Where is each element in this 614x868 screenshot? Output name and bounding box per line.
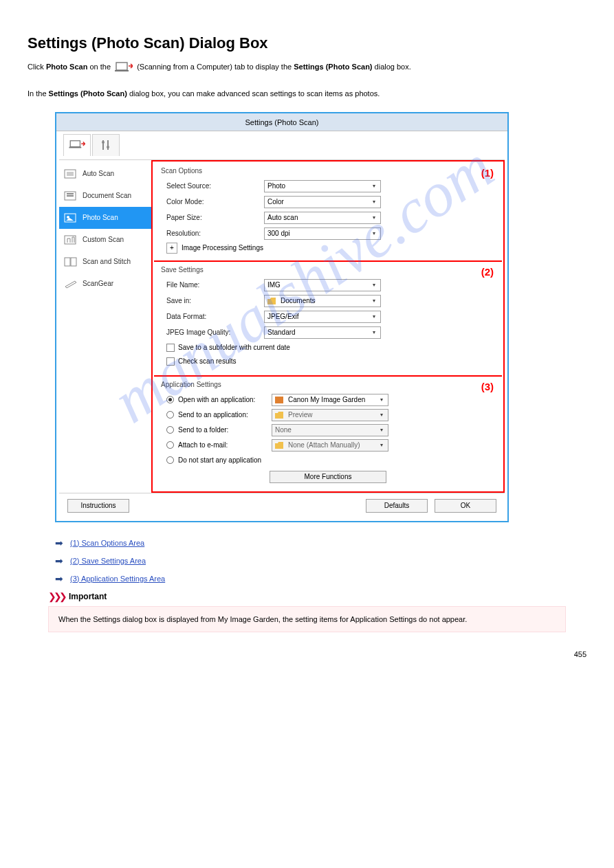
send-to-folder-radio[interactable] (166, 426, 174, 434)
open-with-app-dropdown[interactable]: Canon My Image Garden ▾ (272, 394, 388, 406)
jpeg-quality-dropdown[interactable]: Standard ▾ (264, 326, 381, 339)
chevron-down-icon: ▾ (371, 329, 377, 335)
sidebar-item-label: Scan and Stitch (83, 258, 131, 265)
sidebar-item-photo-scan[interactable]: Photo Scan (59, 207, 151, 229)
dialog-titlebar: Settings (Photo Scan) (56, 113, 507, 131)
data-format-dropdown[interactable]: JPEG/Exif ▾ (264, 311, 381, 323)
attach-email-radio[interactable] (166, 441, 174, 449)
select-source-dropdown[interactable]: Photo ▾ (264, 180, 381, 192)
send-to-app-dropdown[interactable]: Preview ▾ (272, 409, 388, 421)
save-in-label: Save in: (161, 297, 264, 304)
scan-from-computer-icon (114, 60, 133, 74)
subfolder-checkbox[interactable] (166, 344, 175, 352)
tab-general-settings[interactable] (92, 134, 120, 156)
tab-scan-from-computer[interactable] (63, 134, 91, 156)
custom-scan-icon (63, 234, 78, 246)
row-color-mode: Color Mode: Color ▾ (161, 194, 495, 210)
row-file-name: File Name: IMG ▾ (161, 278, 495, 293)
send-to-folder-dropdown[interactable]: None ▾ (272, 424, 388, 436)
save-in-dropdown[interactable]: Documents ▾ (264, 295, 381, 307)
dialog-content: Auto Scan Document Scan Photo Scan (59, 160, 505, 493)
section-links: ➡ (1) Scan Options Area ➡ (2) Save Setti… (55, 537, 586, 584)
data-format-label: Data Format: (161, 313, 264, 320)
sidebar-item-scangear[interactable]: ScanGear (59, 273, 151, 295)
chevron-down-icon: ▾ (371, 183, 377, 189)
svg-rect-1 (115, 70, 129, 71)
row-send-to-app[interactable]: Send to an application: Preview ▾ (161, 408, 495, 423)
section-application-settings: Application Settings (3) Open with an ap… (154, 377, 502, 490)
ok-button[interactable]: OK (435, 499, 496, 513)
svg-rect-17 (71, 258, 76, 266)
sidebar-item-custom-scan[interactable]: Custom Scan (59, 229, 151, 251)
file-name-field[interactable]: IMG ▾ (264, 279, 381, 291)
row-open-with-app[interactable]: Open with an application: Canon My Image… (161, 392, 495, 408)
image-processing-label: Image Processing Settings (182, 244, 263, 252)
row-check-results-checkbox[interactable]: Check scan results (161, 355, 495, 368)
chevron-down-icon: ▾ (371, 298, 377, 304)
callout-2: (2) (481, 266, 494, 278)
arrow-right-icon: ➡ (55, 573, 63, 584)
important-note-text: When the Settings dialog box is displaye… (58, 615, 467, 623)
row-subfolder-checkbox[interactable]: Save to a subfolder with current date (161, 341, 495, 355)
sidebar-item-label: ScanGear (83, 280, 113, 287)
important-heading: ❯❯❯ Important (48, 591, 586, 602)
sidebar: Auto Scan Document Scan Photo Scan (59, 160, 151, 493)
scangear-icon (63, 278, 78, 290)
svg-point-7 (107, 146, 109, 148)
attach-email-dropdown[interactable]: None (Attach Manually) ▾ (272, 439, 388, 452)
page-title: Settings (Photo Scan) Dialog Box (28, 34, 586, 52)
no-app-radio[interactable] (166, 456, 174, 464)
instructions-button[interactable]: Instructions (67, 499, 129, 513)
chevron-down-icon: ▾ (378, 412, 385, 418)
settings-dialog: Settings (Photo Scan) (55, 112, 509, 522)
intro-paragraph: Click Photo Scan on the (Scanning from a… (28, 60, 586, 74)
scan-stitch-icon (63, 256, 78, 268)
row-resolution: Resolution: 300 dpi ▾ (161, 226, 495, 241)
send-to-app-radio[interactable] (166, 411, 174, 419)
callout-1: (1) (481, 167, 494, 179)
sidebar-item-scan-stitch[interactable]: Scan and Stitch (59, 251, 151, 273)
row-send-to-folder[interactable]: Send to a folder: None ▾ (161, 423, 495, 438)
attach-email-label: Attach to e-mail: (178, 441, 272, 449)
file-name-label: File Name: (161, 281, 264, 289)
no-app-label: Do not start any application (178, 456, 272, 464)
svg-point-6 (102, 141, 105, 144)
row-no-app[interactable]: Do not start any application (161, 453, 495, 468)
dialog-body: Auto Scan Document Scan Photo Scan (56, 131, 507, 521)
send-to-app-label: Send to an application: (178, 411, 272, 419)
defaults-button[interactable]: Defaults (366, 499, 428, 513)
svg-rect-11 (67, 193, 74, 194)
scan-from-computer-icon (69, 140, 85, 151)
app-settings-legend: Application Settings (161, 381, 495, 388)
jpeg-quality-label: JPEG Image Quality: (161, 329, 264, 336)
intro-text: Click Photo Scan on the (Scanning from a… (28, 60, 411, 74)
more-functions-button[interactable]: More Functions (270, 471, 386, 483)
photo-scan-icon (63, 212, 78, 224)
sidebar-item-label: Auto Scan (83, 170, 114, 177)
chevron-down-icon: ▾ (371, 199, 377, 205)
link-app-settings[interactable]: ➡ (3) Application Settings Area (55, 573, 586, 584)
resolution-label: Resolution: (161, 230, 264, 237)
link-save-settings[interactable]: ➡ (2) Save Settings Area (55, 555, 586, 566)
check-results-checkbox[interactable] (166, 357, 175, 366)
footer-right-group: Defaults OK (366, 499, 496, 513)
svg-rect-9 (67, 172, 74, 176)
sidebar-item-label: Photo Scan (83, 214, 118, 221)
description-paragraph: In the Settings (Photo Scan) dialog box,… (28, 88, 586, 100)
sidebar-item-label: Document Scan (83, 192, 131, 199)
svg-rect-16 (65, 258, 70, 266)
color-mode-dropdown[interactable]: Color ▾ (264, 196, 381, 208)
sidebar-item-label: Custom Scan (83, 236, 124, 243)
chevron-down-icon: ▾ (371, 313, 377, 320)
row-attach-email[interactable]: Attach to e-mail: None (Attach Manually)… (161, 438, 495, 453)
paper-size-dropdown[interactable]: Auto scan ▾ (264, 212, 381, 224)
link-scan-options[interactable]: ➡ (1) Scan Options Area (55, 537, 586, 548)
open-with-app-radio[interactable] (166, 396, 174, 403)
sidebar-item-auto-scan[interactable]: Auto Scan (59, 163, 151, 185)
sidebar-item-document-scan[interactable]: Document Scan (59, 185, 151, 207)
resolution-dropdown[interactable]: 300 dpi ▾ (264, 227, 381, 240)
save-settings-legend: Save Settings (161, 266, 495, 274)
expand-image-processing-button[interactable]: + (166, 243, 177, 254)
chevron-down-icon: ▾ (378, 427, 385, 433)
arrow-right-icon: ➡ (55, 537, 63, 548)
